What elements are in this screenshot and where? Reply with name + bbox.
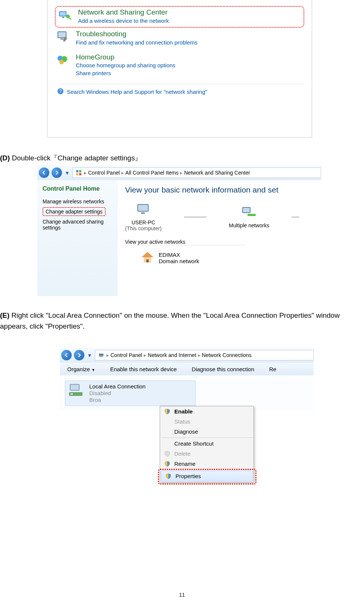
svg-point-3 [66, 15, 70, 18]
svg-rect-15 [79, 173, 81, 175]
menu-item-create-shortcut[interactable]: Create Shortcut [160, 439, 253, 449]
menu-separator [161, 470, 253, 470]
svg-rect-2 [62, 17, 64, 18]
toolbar: Organize ▼ Enable this network device Di… [60, 363, 314, 375]
search-result-subtitle[interactable]: Choose homegroup and sharing options [76, 61, 304, 69]
search-result-network-sharing[interactable]: Network and Sharing Center Add a wireles… [55, 6, 304, 28]
house-icon [140, 250, 155, 266]
toolbar-organize[interactable]: Organize ▼ [67, 366, 95, 372]
menu-separator [161, 437, 253, 438]
sidebar-item-change-advanced-sharing[interactable]: Change advanced sharing settings [43, 218, 114, 232]
search-result-title: Network and Sharing Center [78, 8, 300, 17]
svg-rect-13 [79, 170, 81, 172]
sidebar-item-manage-wireless[interactable]: Manage wireless networks [43, 197, 114, 206]
step-text: Right click "Local Area Connection" on t… [0, 311, 340, 330]
breadcrumb-item[interactable]: Control Panel [111, 352, 142, 358]
instruction-step-d: (D) Double-click『Change adapter settings… [0, 153, 142, 163]
search-result-title: Troubleshooting [76, 30, 304, 39]
svg-rect-28 [71, 385, 79, 390]
network-name: EDIMAX [159, 252, 199, 258]
svg-rect-12 [76, 170, 78, 172]
back-button[interactable] [39, 167, 49, 178]
menu-item-status: Status [160, 416, 253, 427]
svg-point-9 [59, 60, 64, 64]
svg-rect-1 [60, 12, 66, 16]
forward-button[interactable] [52, 167, 62, 178]
connector-line: — [292, 212, 299, 221]
search-result-title: HomeGroup [76, 53, 304, 62]
nav-bar: ▾ ▸ Control Panel ▸ Network and Internet… [60, 348, 314, 363]
connection-status: Disabled [89, 390, 146, 397]
breadcrumb[interactable]: ▸ Control Panel ▸ All Control Panel Item… [72, 167, 321, 178]
menu-label: Diagnose [174, 428, 198, 435]
help-search-link[interactable]: ? Search Windows Help and Support for "n… [55, 88, 304, 96]
step-text: Double-click『Change adapter settings』 [12, 154, 142, 162]
svg-rect-5 [58, 32, 66, 37]
chevron-down-icon[interactable]: ▾ [88, 352, 91, 359]
menu-item-enable[interactable]: Enable [160, 406, 253, 416]
search-result-troubleshooting[interactable]: Troubleshooting Find and fix networking … [55, 28, 304, 51]
main-content: View your basic network information and … [118, 180, 321, 296]
shield-icon [163, 461, 171, 467]
troubleshooting-icon [56, 30, 69, 43]
network-adapter-icon [68, 383, 85, 403]
connection-name: Local Area Connection [89, 383, 146, 390]
menu-label: Delete [174, 450, 190, 457]
control-panel-home-link[interactable]: Control Panel Home [43, 185, 114, 192]
control-panel-icon [75, 169, 83, 176]
divider [59, 84, 304, 84]
breadcrumb-item[interactable]: Network Connections [202, 352, 252, 358]
menu-label: Enable [174, 408, 193, 415]
figure-network-connections: ▾ ▸ Control Panel ▸ Network and Internet… [60, 348, 314, 546]
chevron-down-icon[interactable]: ▾ [66, 169, 69, 176]
breadcrumb-item[interactable]: Network and Internet [148, 352, 196, 358]
menu-label: Status [174, 418, 190, 425]
shield-icon [164, 473, 172, 479]
toolbar-diagnose[interactable]: Diagnose this connection [192, 366, 254, 372]
menu-label: Create Shortcut [174, 440, 214, 447]
toolbar-rename[interactable]: Re [269, 366, 276, 372]
svg-rect-14 [76, 173, 78, 175]
toolbar-enable-device[interactable]: Enable this network device [110, 366, 177, 372]
computer-icon [135, 202, 152, 218]
breadcrumb[interactable]: ▸ Control Panel ▸ Network and Internet ▸… [95, 350, 314, 360]
svg-rect-6 [60, 39, 63, 40]
svg-rect-17 [138, 205, 148, 211]
network-adapter-icon [97, 351, 105, 359]
connection-local-area[interactable]: Local Area Connection Disabled Broa [65, 381, 196, 406]
menu-item-diagnose[interactable]: Diagnose [160, 427, 253, 437]
page-heading: View your basic network information and … [125, 185, 321, 194]
svg-rect-18 [141, 212, 145, 214]
menu-label: Properties [175, 473, 201, 479]
breadcrumb-item[interactable]: Network and Sharing Center [184, 170, 250, 176]
figure-control-panel-search: Network and Sharing Center Add a wireles… [47, 0, 312, 138]
pc-name: USER-PC [125, 219, 162, 225]
step-label: (D) [0, 154, 10, 162]
breadcrumb-item[interactable]: Control Panel [88, 170, 120, 176]
search-result-homegroup[interactable]: HomeGroup Choose homegroup and sharing o… [55, 51, 304, 82]
search-result-subtitle[interactable]: Add a wireless device to the network [78, 17, 300, 25]
homegroup-icon [56, 53, 69, 67]
menu-item-rename[interactable]: Rename [160, 459, 253, 469]
forward-button[interactable] [74, 350, 84, 360]
shield-icon [163, 409, 171, 415]
menu-item-properties[interactable]: Properties [161, 471, 253, 481]
network-icon [241, 205, 257, 221]
sidebar-item-change-adapter-settings[interactable]: Change adapter settings [43, 207, 106, 216]
svg-rect-24 [146, 259, 149, 262]
instruction-step-e: (E) Right click "Local Area Connection" … [0, 310, 364, 332]
search-result-subtitle-2[interactable]: Share printers [76, 69, 304, 77]
back-button[interactable] [61, 350, 72, 360]
help-icon: ? [57, 88, 64, 96]
active-network-item[interactable]: EDIMAX Domain network [140, 250, 321, 266]
menu-label: Rename [174, 461, 196, 467]
menu-item-delete: Delete [160, 449, 253, 459]
svg-rect-25 [99, 354, 103, 356]
breadcrumb-item[interactable]: All Control Panel Items [125, 170, 178, 176]
svg-rect-30 [71, 393, 73, 395]
nav-bar: ▾ ▸ Control Panel ▸ All Control Panel It… [37, 165, 321, 180]
pc-sub: (This computer) [125, 225, 162, 231]
help-search-text: Search Windows Help and Support for "net… [67, 89, 207, 95]
connector-line: ——— [184, 212, 206, 221]
search-result-subtitle[interactable]: Find and fix networking and connection p… [76, 39, 304, 46]
